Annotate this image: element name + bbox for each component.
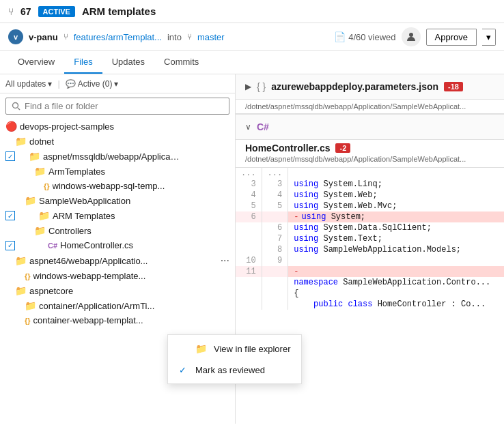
tab-files[interactable]: Files	[64, 51, 102, 74]
check-box[interactable]: ✓	[5, 211, 15, 220]
item-name: windows-webapp-sql-temp...	[53, 181, 165, 191]
tab-updates[interactable]: Updates	[102, 51, 154, 74]
folder-icon: 📁	[25, 195, 36, 206]
list-item[interactable]: ✓ 📁 ARM Templates	[0, 208, 235, 223]
context-menu: ✓ 📁 View in file explorer ✓ Mark as revi…	[167, 334, 302, 384]
approve-caret[interactable]: ▾	[482, 29, 496, 46]
list-item[interactable]: 📁 aspnetcore	[0, 283, 235, 298]
ctx-reviewed-label: Mark as reviewed	[195, 365, 265, 375]
file-icon: 📄	[334, 31, 346, 42]
table-row: 8 using SampleWebApplication.Models;	[236, 244, 504, 255]
ctx-mark-reviewed[interactable]: ✓ Mark as reviewed	[168, 360, 301, 381]
active-filter[interactable]: 💬 Active (0) ▾	[66, 79, 119, 89]
table-row: namespace SampleWebApplication.Contro...	[236, 277, 504, 288]
item-name: windows-webapp-template...	[33, 271, 146, 281]
list-item[interactable]: ✓ C# HomeController.cs	[0, 238, 235, 252]
list-item[interactable]: 📁 aspnet46/webapp/Applicatio... ···	[0, 252, 235, 269]
folder-icon: 📁	[38, 210, 50, 221]
item-name: dotnet	[29, 136, 54, 147]
item-name: ARM Templates	[53, 211, 115, 221]
table-row: 11 -	[236, 266, 504, 277]
ctx-view-label: View in file explorer	[214, 344, 290, 354]
item-name: container/Application/ArmTi...	[39, 301, 154, 311]
avatar: v	[8, 29, 23, 44]
tab-commits[interactable]: Commits	[154, 51, 208, 74]
filter-divider: |	[57, 78, 59, 89]
svg-point-0	[409, 33, 413, 37]
item-name: container-webapp-templat...	[33, 315, 143, 325]
author-name: v-panu	[29, 32, 58, 42]
target-branch-icon: ⑂	[187, 32, 192, 42]
active-badge: ACTIVE	[38, 6, 75, 17]
folder-icon: 📁	[15, 285, 27, 296]
list-item[interactable]: 📁 dotnet	[0, 134, 235, 149]
branch-icon: ⑂	[64, 32, 68, 42]
table-row: 10 9	[236, 255, 504, 266]
folder-icon: 📁	[34, 225, 46, 236]
active-filter-label: Active (0)	[78, 79, 113, 89]
viewed-badge: 📄 4/60 viewed	[334, 31, 395, 42]
diff-badge: -18	[444, 82, 463, 91]
top-bar: ⑂ 67 ACTIVE ARM templates	[0, 0, 504, 23]
cs-file-section: ∨ C# HomeController.cs -2 /dotnet/aspnet…	[236, 114, 504, 310]
list-item[interactable]: 📁 SampleWebApplication	[0, 193, 235, 208]
approve-button[interactable]: Approve	[426, 29, 477, 46]
pr-icon: ⑂	[8, 6, 14, 17]
json-file-header[interactable]: ▶ { } azurewebappdeploy.parameters.json …	[236, 74, 504, 100]
table-row: 3 3 using System.Linq;	[236, 179, 504, 190]
table-row: 5 5 using System.Web.Mvc;	[236, 201, 504, 211]
viewed-count: 4/60 viewed	[348, 32, 395, 42]
cs-diff-badge: -2	[335, 143, 350, 153]
root-name: devops-project-samples	[20, 121, 114, 132]
ctx-check-mark: ✓	[179, 365, 188, 375]
diff-table: ... ... 3 3 using System.Linq; 4 4 using…	[236, 168, 504, 310]
folder-icon: 📁	[195, 343, 207, 354]
json-icon: {}	[25, 272, 31, 280]
list-item[interactable]: {} windows-webapp-template...	[0, 269, 235, 283]
three-dots-button[interactable]: ···	[221, 254, 229, 267]
filter-chevron: ▾	[48, 79, 52, 89]
json-file-section: ▶ { } azurewebappdeploy.parameters.json …	[236, 74, 504, 114]
json-icon: {}	[44, 182, 50, 190]
table-row: {	[236, 288, 504, 299]
tree-root[interactable]: 🔴 devops-project-samples	[0, 119, 235, 134]
cs-file-header[interactable]: ∨ C#	[236, 114, 504, 140]
cs-icon: C#	[48, 242, 57, 250]
cs-file-name: HomeController.cs	[245, 143, 330, 154]
list-item[interactable]: {} windows-webapp-sql-temp...	[0, 179, 235, 193]
source-branch[interactable]: features/armTemplat...	[74, 32, 162, 42]
check-box[interactable]: ✓	[5, 241, 15, 250]
search-input[interactable]	[25, 101, 223, 111]
list-item[interactable]: {} container-webapp-templat...	[0, 313, 235, 327]
search-box[interactable]	[5, 98, 229, 115]
item-name: aspnetcore	[29, 286, 73, 296]
table-row: 7 using System.Text;	[236, 233, 504, 244]
check-box[interactable]: ✓	[5, 151, 15, 161]
ctx-check-empty: ✓	[179, 344, 188, 354]
all-updates-filter[interactable]: All updates ▾	[5, 79, 52, 89]
root-folder-icon: 🔴	[5, 121, 17, 132]
comment-icon: 💬	[66, 79, 76, 89]
item-name: HomeController.cs	[60, 240, 133, 250]
item-name: Controllers	[48, 226, 92, 236]
active-chevron: ▾	[114, 79, 118, 89]
list-item[interactable]: 📁 ArmTemplates	[0, 164, 235, 179]
svg-line-2	[18, 108, 20, 110]
target-branch[interactable]: master	[197, 32, 225, 42]
cs-file-info: HomeController.cs -2 /dotnet/aspnet/mssq…	[236, 140, 504, 168]
ctx-view-explorer[interactable]: ✓ 📁 View in file explorer	[168, 338, 301, 360]
table-row: 6 using System.Data.SqlClient;	[236, 222, 504, 233]
svg-point-1	[13, 103, 18, 108]
folder-icon: 📁	[15, 136, 27, 147]
cs-lang-label: C#	[257, 121, 269, 132]
search-icon	[12, 102, 20, 111]
all-updates-label: All updates	[5, 79, 46, 89]
item-name: SampleWebApplication	[39, 196, 130, 206]
list-item[interactable]: 📁 container/Application/ArmTi...	[0, 298, 235, 313]
item-name: aspnet46/webapp/Applicatio...	[29, 256, 148, 266]
list-item[interactable]: ✓ 📁 aspnet/mssqldb/webapp/Applicati...	[0, 149, 235, 164]
cs-collapse-arrow: ∨	[245, 122, 251, 132]
tab-overview[interactable]: Overview	[8, 51, 64, 74]
list-item[interactable]: 📁 Controllers	[0, 223, 235, 238]
author-bar: v v-panu ⑂ features/armTemplat... into ⑂…	[0, 23, 504, 51]
